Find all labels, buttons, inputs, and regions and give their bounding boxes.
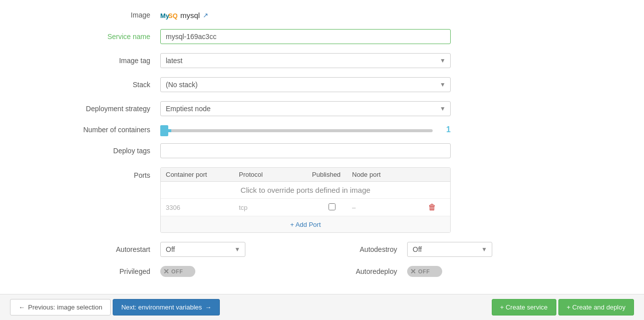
stack-select[interactable]: (No stack): [160, 77, 451, 92]
containers-slider[interactable]: [160, 129, 433, 132]
ports-override-message[interactable]: Click to override ports defined in image: [161, 182, 450, 199]
image-label: Image: [20, 11, 160, 19]
ports-header: Container port Protocol Published Node p…: [161, 168, 450, 182]
autodestroy-label: Autodestroy: [327, 245, 407, 253]
autoredeploy-toggle-label: OFF: [418, 268, 430, 274]
deployment-strategy-label: Deployment strategy: [20, 105, 160, 113]
containers-label: Number of containers: [20, 126, 160, 134]
autorestart-col: Autorestart Off On ▼: [20, 242, 317, 257]
autodestroy-select-wrapper: Off On ▼: [407, 242, 492, 257]
port-published-checkbox[interactable]: [329, 203, 336, 210]
prev-button-label: Previous: image selection: [28, 303, 102, 311]
prev-button[interactable]: ← Previous: image selection: [10, 299, 111, 315]
image-name: mysql: [180, 11, 200, 20]
containers-row: 1: [160, 125, 451, 134]
bottom-bar: ← Previous: image selection Next: enviro…: [0, 294, 644, 320]
next-arrow-icon: →: [205, 303, 211, 311]
ports-label: Ports: [20, 167, 160, 179]
stack-select-wrapper: (No stack) ▼: [160, 77, 451, 92]
next-button-label: Next: environment variables: [121, 303, 202, 311]
autorestart-select-wrapper: Off On ▼: [160, 242, 245, 257]
containers-slider-container: [160, 126, 433, 134]
col-protocol: Protocol: [239, 171, 312, 178]
stack-label: Stack: [20, 81, 160, 89]
create-deploy-label: + Create and deploy: [567, 303, 625, 311]
privileged-label: Privileged: [20, 267, 160, 275]
image-tag-select[interactable]: latest: [160, 53, 451, 68]
add-port-button[interactable]: + Add Port: [290, 221, 320, 228]
autoredeploy-col: Autoredeploy ✕ OFF: [317, 266, 624, 277]
autorestart-label: Autorestart: [20, 245, 160, 253]
port-published-cell: [312, 203, 352, 212]
autodestroy-col: Autodestroy Off On ▼: [317, 242, 624, 257]
autoredeploy-toggle-x-icon: ✕: [410, 267, 416, 275]
autoredeploy-toggle-container: ✕ OFF: [407, 266, 442, 277]
image-value: My SQL mysql ↗: [160, 10, 624, 20]
deploy-tags-input[interactable]: [160, 143, 451, 158]
containers-count: 1: [441, 125, 451, 134]
autodestroy-select[interactable]: Off On: [407, 242, 492, 257]
privileged-toggle-label: OFF: [171, 268, 183, 274]
service-name-label: Service name: [20, 33, 160, 41]
create-service-button[interactable]: + Create service: [492, 299, 556, 315]
create-service-label: + Create service: [500, 303, 548, 311]
deployment-strategy-select-wrapper: Emptiest node ▼: [160, 101, 451, 116]
port-node-value: –: [352, 204, 425, 211]
deploy-tags-label: Deploy tags: [20, 147, 160, 155]
autoredeploy-label: Autoredeploy: [327, 267, 407, 275]
bottom-left-buttons: ← Previous: image selection Next: enviro…: [10, 299, 220, 315]
image-external-link[interactable]: ↗: [203, 12, 208, 19]
col-published: Published: [312, 171, 352, 178]
create-deploy-button[interactable]: + Create and deploy: [558, 299, 634, 315]
col-actions: [425, 171, 445, 178]
table-row: 3306 tcp – 🗑: [161, 199, 450, 216]
port-container-value: 3306: [166, 204, 239, 211]
autoredeploy-toggle[interactable]: ✕ OFF: [407, 266, 442, 277]
image-tag-label: Image tag: [20, 57, 160, 65]
privileged-col: Privileged ✕ OFF: [20, 266, 317, 277]
port-delete-cell: 🗑: [425, 202, 445, 213]
add-port-row: + Add Port: [161, 216, 450, 232]
mysql-logo-icon: My SQL: [160, 10, 177, 20]
autorestart-select[interactable]: Off On: [160, 242, 245, 257]
privileged-toggle[interactable]: ✕ OFF: [160, 266, 195, 277]
image-tag-select-wrapper: latest ▼: [160, 53, 451, 68]
col-node-port: Node port: [352, 171, 425, 178]
port-protocol-value: tcp: [239, 204, 312, 211]
next-button[interactable]: Next: environment variables →: [113, 299, 220, 315]
privileged-toggle-x-icon: ✕: [163, 267, 169, 275]
deployment-strategy-select[interactable]: Emptiest node: [160, 101, 451, 116]
ports-table: Container port Protocol Published Node p…: [160, 167, 451, 233]
bottom-right-buttons: + Create service + Create and deploy: [492, 299, 634, 315]
privileged-toggle-container: ✕ OFF: [160, 266, 195, 277]
svg-text:SQL: SQL: [168, 12, 177, 20]
col-container-port: Container port: [166, 171, 239, 178]
port-delete-button[interactable]: 🗑: [425, 202, 439, 213]
prev-arrow-icon: ←: [19, 303, 25, 311]
service-name-input[interactable]: [160, 29, 451, 44]
